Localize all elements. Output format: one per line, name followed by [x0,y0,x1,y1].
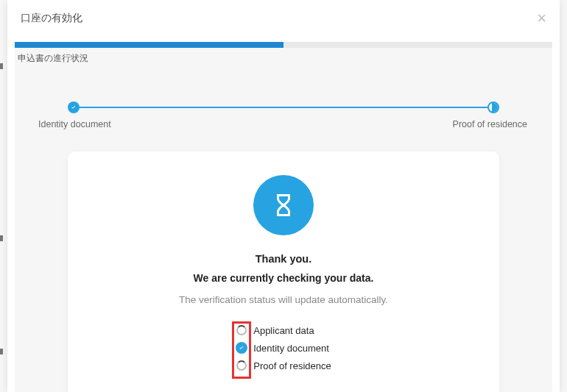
checking-text: We are currently checking your data. [82,272,485,284]
list-item-label: Applicant data [253,325,314,336]
status-card: Thank you. We are currently checking you… [68,152,499,392]
progress-bar-fill [15,42,284,48]
step-node-identity [68,101,80,113]
progress-subtitle: 申込書の進行状況 [15,48,552,66]
spinner-icon [236,360,247,371]
step-label-residence: Proof of residence [453,119,527,129]
modal-body: 申込書の進行状況 Identity document Proof of resi… [15,42,552,392]
list-item-label: Proof of residence [253,360,331,371]
list-item: Identity document [236,339,331,357]
activation-modal: 口座の有効化 × 申込書の進行状況 Identity document Proo… [7,0,560,392]
step-label-identity: Identity document [38,119,111,129]
edge-mark [0,235,3,241]
list-item: Applicant data [236,321,331,339]
thank-you-text: Thank you. [82,253,485,265]
list-item: Proof of residence [236,357,331,374]
edge-mark [0,63,3,69]
modal-header: 口座の有効化 × [7,0,560,38]
hourglass-badge [253,175,314,235]
stepper: Identity document Proof of residence [68,101,499,138]
spinner-icon [236,324,247,336]
modal-title: 口座の有効化 [21,12,82,25]
stepper-line [77,107,490,108]
edge-mark [0,349,3,354]
close-icon[interactable]: × [537,10,546,26]
hourglass-icon [270,192,297,218]
check-circle-icon [236,342,247,354]
step-node-residence [487,101,499,113]
progress-bar [15,42,552,48]
verification-checklist: Applicant data Identity document Proof o… [236,321,331,374]
list-item-label: Identity document [253,343,329,354]
auto-update-text: The verification status will update auto… [82,294,485,305]
check-icon [70,104,77,111]
